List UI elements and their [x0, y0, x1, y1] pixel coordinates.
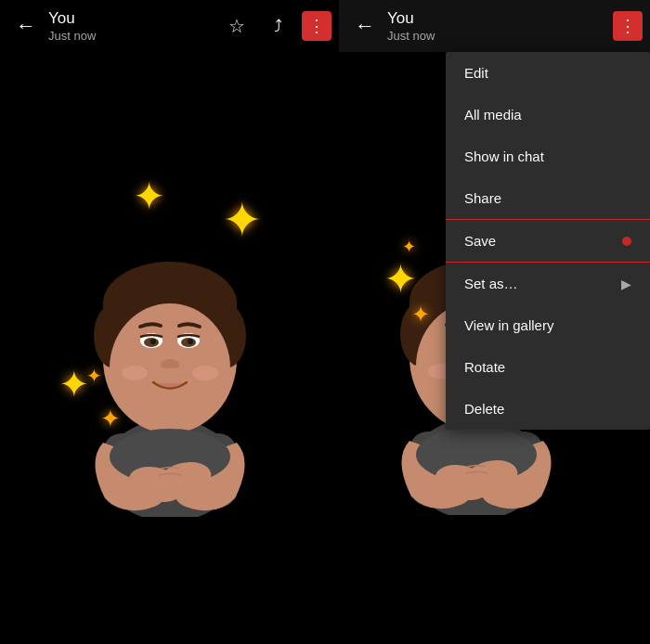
- menu-edit-label: Edit: [464, 65, 488, 81]
- more-options-button[interactable]: ⋮: [302, 11, 332, 41]
- menu-item-all-media[interactable]: All media: [446, 94, 650, 135]
- header-title: You: [48, 9, 96, 28]
- menu-save-label: Save: [464, 233, 496, 249]
- context-menu: Edit All media Show in chat Share Save S…: [446, 52, 650, 430]
- right-more-dots-icon: ⋮: [619, 16, 636, 36]
- menu-share-label: Share: [464, 190, 501, 206]
- right-sparkle-left-icon: ✦: [384, 255, 418, 303]
- menu-delete-label: Delete: [464, 401, 504, 417]
- star-icon: ☆: [228, 15, 245, 37]
- memoji-avatar: [77, 183, 263, 517]
- svg-point-17: [172, 361, 179, 368]
- menu-item-set-as[interactable]: Set as… ▶: [446, 263, 650, 304]
- share-button[interactable]: ⤴: [261, 9, 294, 43]
- back-arrow-icon: ←: [16, 14, 36, 38]
- right-header-subtitle: Just now: [387, 29, 435, 43]
- menu-rotate-label: Rotate: [464, 359, 505, 375]
- menu-set-as-label: Set as…: [464, 276, 518, 291]
- svg-point-13: [150, 339, 156, 344]
- right-sparkle-tiny-icon: ✦: [402, 237, 416, 257]
- header-title-group: You Just now: [48, 9, 96, 42]
- header-left: ← You Just now: [7, 7, 220, 45]
- more-dots-icon: ⋮: [308, 16, 325, 36]
- menu-all-media-label: All media: [464, 107, 522, 122]
- menu-item-rotate[interactable]: Rotate: [446, 346, 650, 388]
- left-header: ← You Just now ☆ ⤴ ⋮: [0, 0, 339, 52]
- svg-point-19: [192, 366, 218, 380]
- right-header-actions: ⋮: [613, 11, 643, 41]
- menu-item-delete[interactable]: Delete: [446, 388, 650, 430]
- right-header-title-group: You Just now: [387, 9, 435, 42]
- svg-point-18: [122, 366, 148, 380]
- menu-item-share[interactable]: Share: [446, 177, 650, 219]
- menu-item-save[interactable]: Save: [446, 219, 650, 263]
- right-header: ← You Just now ⋮: [339, 0, 650, 52]
- right-back-button[interactable]: ←: [346, 7, 384, 45]
- star-button[interactable]: ☆: [220, 9, 254, 43]
- right-panel: ← You Just now ⋮ ✦ ✦ ✦: [339, 0, 650, 644]
- save-dot-indicator: [622, 237, 631, 246]
- svg-point-14: [188, 339, 193, 344]
- menu-view-in-gallery-label: View in gallery: [464, 317, 553, 333]
- svg-point-16: [161, 361, 168, 368]
- menu-item-show-in-chat[interactable]: Show in chat: [446, 135, 650, 177]
- header-subtitle: Just now: [48, 29, 96, 43]
- back-button[interactable]: ←: [7, 7, 45, 45]
- right-more-options-button[interactable]: ⋮: [613, 11, 643, 41]
- menu-item-view-in-gallery[interactable]: View in gallery: [446, 304, 650, 346]
- header-actions: ☆ ⤴ ⋮: [220, 9, 332, 43]
- right-header-left: ← You Just now: [346, 7, 613, 45]
- right-sparkle-small-icon: ✦: [411, 302, 430, 328]
- right-back-arrow-icon: ←: [355, 14, 375, 38]
- chevron-right-icon: ▶: [621, 277, 631, 291]
- left-panel: ← You Just now ☆ ⤴ ⋮ ✦ ✦ ✦ ✦ ✦: [0, 0, 339, 644]
- avatar-container: ✦ ✦ ✦ ✦ ✦: [49, 164, 291, 517]
- avatar-scene: ✦ ✦ ✦ ✦ ✦: [0, 0, 339, 644]
- menu-show-in-chat-label: Show in chat: [464, 148, 544, 164]
- right-header-title: You: [387, 9, 435, 28]
- share-icon: ⤴: [274, 17, 282, 36]
- menu-item-edit[interactable]: Edit: [446, 52, 650, 94]
